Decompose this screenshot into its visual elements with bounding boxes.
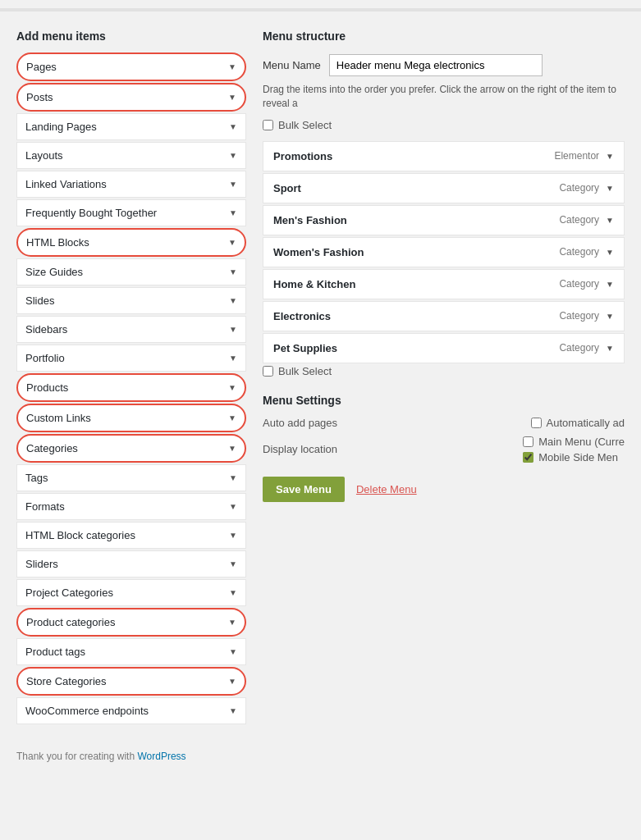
menu-item-row[interactable]: Size Guides ▼	[16, 258, 246, 285]
content-area: Add menu items Pages ▼ Posts ▼ Landing P…	[0, 21, 641, 734]
display-location-options: Main Menu (Curre Mobile Side Men	[523, 436, 625, 463]
menu-item-arrow: ▼	[229, 180, 237, 189]
menu-item-row[interactable]: Custom Links ▼	[16, 404, 246, 432]
left-panel: Add menu items Pages ▼ Posts ▼ Landing P…	[16, 30, 246, 726]
menu-item-row[interactable]: Frequently Bought Together ▼	[16, 199, 246, 226]
menu-item-row[interactable]: Product categories ▼	[16, 608, 246, 637]
structure-item[interactable]: Men's Fashion Category ▼	[263, 205, 625, 235]
structure-item-right: Category ▼	[559, 246, 614, 258]
menu-item-row[interactable]: Products ▼	[16, 373, 246, 402]
menu-item-label: Formats	[25, 500, 65, 513]
menu-items-list: Pages ▼ Posts ▼ Landing Pages ▼ Layouts …	[16, 52, 246, 724]
structure-item-right: Category ▼	[559, 182, 614, 194]
top-divider	[0, 8, 641, 11]
main-menu-checkbox[interactable]	[523, 436, 533, 447]
structure-item[interactable]: Home & Kitchen Category ▼	[263, 269, 625, 299]
auto-add-pages-label: Auto add pages	[263, 417, 394, 429]
menu-item-row[interactable]: Posts ▼	[16, 83, 246, 112]
main-menu-option: Main Menu (Curre	[523, 436, 625, 448]
menu-item-label: Sliders	[25, 558, 58, 570]
menu-item-arrow: ▼	[228, 618, 236, 627]
display-location-row: Display location Main Menu (Curre Mobile…	[263, 436, 625, 463]
menu-item-row[interactable]: Sliders ▼	[16, 550, 246, 578]
settings-grid: Auto add pages Automatically ad Display …	[263, 417, 625, 463]
save-menu-button[interactable]: Save Menu	[263, 477, 345, 502]
structure-item-right: Category ▼	[559, 278, 614, 290]
menu-item-row[interactable]: Linked Variations ▼	[16, 171, 246, 198]
bulk-select-top-label: Bulk Select	[278, 119, 332, 131]
structure-item-label: Home & Kitchen	[273, 278, 355, 290]
structure-item-arrow[interactable]: ▼	[606, 280, 614, 289]
mobile-side-checkbox[interactable]	[523, 452, 533, 463]
bulk-select-bottom-checkbox[interactable]	[263, 366, 273, 377]
structure-item[interactable]: Sport Category ▼	[263, 173, 625, 203]
menu-structure-title: Menu structure	[263, 30, 625, 43]
menu-item-row[interactable]: Categories ▼	[16, 434, 246, 463]
structure-item-arrow[interactable]: ▼	[606, 152, 614, 161]
menu-item-row[interactable]: Project Categories ▼	[16, 579, 246, 606]
menu-item-label: Layouts	[25, 149, 63, 162]
menu-item-row[interactable]: Landing Pages ▼	[16, 113, 246, 140]
structure-item[interactable]: Electronics Category ▼	[263, 301, 625, 331]
menu-item-arrow: ▼	[228, 62, 236, 71]
menu-item-row[interactable]: WooCommerce endpoints ▼	[16, 697, 246, 724]
drag-instructions: Drag the items into the order you prefer…	[263, 83, 625, 111]
menu-item-arrow: ▼	[228, 238, 236, 247]
page-wrapper: Add menu items Pages ▼ Posts ▼ Landing P…	[0, 0, 641, 840]
menu-item-row[interactable]: Slides ▼	[16, 287, 246, 314]
structure-item-type: Category	[559, 278, 599, 290]
menu-item-label: Pages	[26, 61, 57, 73]
menu-item-arrow: ▼	[229, 502, 237, 511]
structure-item-type: Category	[559, 342, 599, 354]
menu-item-arrow: ▼	[228, 93, 236, 102]
menu-item-row[interactable]: Formats ▼	[16, 493, 246, 520]
mobile-side-label: Mobile Side Men	[538, 451, 618, 463]
menu-item-row[interactable]: HTML Block categories ▼	[16, 522, 246, 549]
structure-item-arrow[interactable]: ▼	[606, 184, 614, 193]
auto-add-pages-value: Automatically ad	[531, 417, 625, 429]
structure-item-arrow[interactable]: ▼	[606, 248, 614, 257]
menu-settings: Menu Settings Auto add pages Automatical…	[263, 394, 625, 502]
auto-add-pages-checkbox[interactable]	[531, 418, 542, 428]
menu-item-row[interactable]: Product tags ▼	[16, 638, 246, 665]
menu-item-row[interactable]: Layouts ▼	[16, 142, 246, 169]
structure-item[interactable]: Women's Fashion Category ▼	[263, 237, 625, 267]
menu-item-label: Project Categories	[25, 587, 113, 599]
menu-item-arrow: ▼	[229, 531, 237, 540]
structure-item-label: Pet Supplies	[273, 342, 337, 354]
structure-item-label: Promotions	[273, 150, 332, 162]
menu-item-row[interactable]: Portfolio ▼	[16, 345, 246, 372]
menu-item-label: Size Guides	[25, 266, 83, 278]
delete-menu-button[interactable]: Delete Menu	[356, 483, 417, 495]
menu-item-row[interactable]: HTML Blocks ▼	[16, 228, 246, 257]
menu-item-arrow: ▼	[228, 413, 236, 422]
bulk-select-top-checkbox[interactable]	[263, 120, 273, 130]
structure-item[interactable]: Pet Supplies Category ▼	[263, 333, 625, 363]
auto-add-pages-text: Automatically ad	[547, 417, 625, 429]
menu-item-row[interactable]: Tags ▼	[16, 464, 246, 491]
auto-add-pages-row: Auto add pages Automatically ad	[263, 417, 625, 429]
button-row: Save Menu Delete Menu	[263, 477, 625, 502]
structure-item-arrow[interactable]: ▼	[606, 216, 614, 225]
structure-item-type: Category	[559, 214, 599, 226]
menu-item-arrow: ▼	[229, 559, 237, 568]
menu-item-label: HTML Block categories	[25, 529, 135, 541]
menu-name-input[interactable]	[329, 54, 543, 76]
bulk-select-bottom-label: Bulk Select	[278, 365, 332, 377]
menu-item-label: Slides	[25, 294, 54, 307]
display-location-label: Display location	[263, 443, 394, 455]
structure-item-arrow[interactable]: ▼	[606, 344, 614, 353]
structure-item-right: Category ▼	[559, 310, 614, 322]
menu-item-label: Tags	[25, 472, 48, 484]
menu-item-arrow: ▼	[229, 647, 237, 656]
menu-item-row[interactable]: Pages ▼	[16, 52, 246, 81]
menu-item-label: HTML Blocks	[26, 236, 89, 249]
structure-item[interactable]: Promotions Elementor ▼	[263, 141, 625, 171]
add-menu-items-title: Add menu items	[16, 30, 246, 43]
structure-item-arrow[interactable]: ▼	[606, 312, 614, 321]
menu-item-arrow: ▼	[228, 677, 236, 686]
menu-item-label: Frequently Bought Together	[25, 207, 157, 219]
wordpress-link[interactable]: WordPress	[137, 751, 185, 762]
menu-item-row[interactable]: Store Categories ▼	[16, 667, 246, 696]
menu-item-row[interactable]: Sidebars ▼	[16, 316, 246, 343]
